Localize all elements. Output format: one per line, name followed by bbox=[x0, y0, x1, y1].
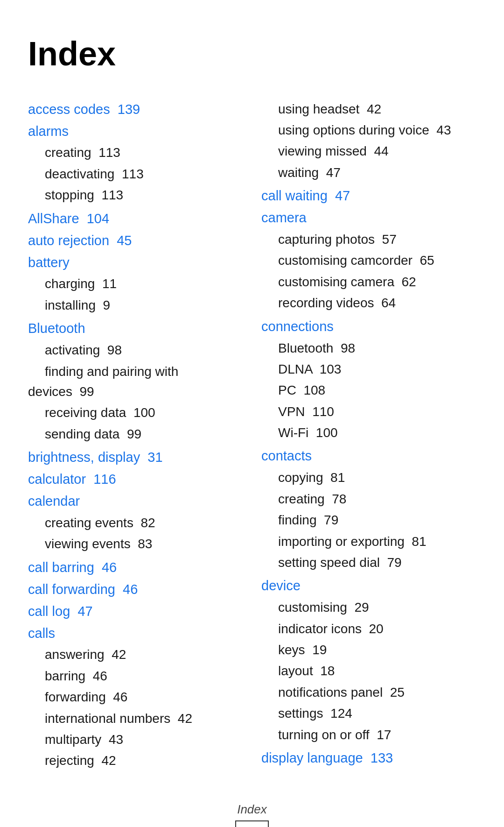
index-link-entry[interactable]: call forwarding 46 bbox=[28, 579, 243, 600]
index-term-link[interactable]: AllShare 104 bbox=[28, 211, 109, 226]
index-term-link[interactable]: display language 133 bbox=[261, 750, 393, 765]
index-link-entry[interactable]: device bbox=[261, 575, 476, 596]
index-sub-text: importing or exporting 81 bbox=[261, 534, 427, 549]
index-term-link[interactable]: call forwarding 46 bbox=[28, 582, 138, 597]
index-sub-entry: setting speed dial 79 bbox=[261, 552, 476, 573]
footer-page-number: 156 bbox=[235, 820, 268, 827]
index-sub-text: PC 108 bbox=[261, 383, 325, 397]
index-term-link[interactable]: device bbox=[261, 578, 301, 593]
index-link-entry[interactable]: access codes 139 bbox=[28, 99, 243, 120]
index-link-entry[interactable]: calculator 116 bbox=[28, 469, 243, 490]
index-sub-entry: sending data 99 bbox=[28, 424, 243, 444]
index-sub-text: barring 46 bbox=[28, 669, 107, 683]
index-term-link[interactable]: contacts bbox=[261, 448, 312, 463]
index-link-entry[interactable]: brightness, display 31 bbox=[28, 447, 243, 468]
index-term-link[interactable]: connections bbox=[261, 319, 334, 334]
index-sub-entry: settings 124 bbox=[261, 703, 476, 723]
index-sub-entry: layout 18 bbox=[261, 661, 476, 681]
index-sub-text: finding 79 bbox=[261, 513, 338, 527]
index-sub-entry: turning on or off 17 bbox=[261, 725, 476, 745]
index-sub-entry: using headset 42 bbox=[261, 99, 476, 119]
index-sub-entry: forwarding 46 bbox=[28, 687, 243, 707]
index-term-link[interactable]: alarms bbox=[28, 124, 69, 139]
index-link-entry[interactable]: camera bbox=[261, 207, 476, 228]
index-sub-text: creating events 82 bbox=[28, 516, 155, 530]
index-sub-text: Bluetooth 98 bbox=[261, 341, 355, 355]
index-term-link[interactable]: call barring 46 bbox=[28, 560, 117, 575]
index-sub-entry: installing 9 bbox=[28, 295, 243, 315]
index-sub-entry: recording videos 64 bbox=[261, 293, 476, 313]
index-sub-text: creating 78 bbox=[261, 492, 346, 506]
index-link-entry[interactable]: display language 133 bbox=[261, 748, 476, 769]
index-term-link[interactable]: calendar bbox=[28, 494, 80, 509]
index-link-entry[interactable]: AllShare 104 bbox=[28, 208, 243, 229]
index-sub-text: turning on or off 17 bbox=[261, 728, 391, 742]
index-link-entry[interactable]: calls bbox=[28, 623, 243, 644]
index-sub-text: customising 29 bbox=[261, 600, 369, 615]
index-sub-entry: rejecting 42 bbox=[28, 750, 243, 770]
index-sub-text: using options during voice 43 bbox=[261, 123, 451, 137]
index-link-entry[interactable]: call barring 46 bbox=[28, 557, 243, 578]
index-columns: access codes 139alarmscreating 113deacti… bbox=[28, 99, 476, 772]
index-sub-text: layout 18 bbox=[261, 664, 335, 678]
index-sub-text: viewing events 83 bbox=[28, 537, 152, 551]
index-sub-text: receiving data 100 bbox=[28, 405, 155, 420]
index-sub-text: recording videos 64 bbox=[261, 296, 396, 310]
index-term-link[interactable]: Bluetooth bbox=[28, 321, 85, 336]
index-sub-entry: capturing photos 57 bbox=[261, 229, 476, 249]
index-link-entry[interactable]: Bluetooth bbox=[28, 318, 243, 339]
index-sub-text: activating 98 bbox=[28, 343, 122, 357]
index-term-link[interactable]: access codes 139 bbox=[28, 102, 140, 117]
index-sub-entry: multiparty 43 bbox=[28, 729, 243, 749]
footer: Index 156 bbox=[28, 800, 476, 827]
index-sub-entry: customising 29 bbox=[261, 597, 476, 617]
index-link-entry[interactable]: call waiting 47 bbox=[261, 185, 476, 206]
index-sub-text: viewing missed 44 bbox=[261, 144, 389, 158]
footer-label: Index bbox=[28, 800, 476, 819]
index-sub-entry: copying 81 bbox=[261, 467, 476, 488]
index-sub-text: copying 81 bbox=[261, 470, 345, 485]
index-link-entry[interactable]: contacts bbox=[261, 445, 476, 467]
index-sub-entry: indicator icons 20 bbox=[261, 619, 476, 639]
index-sub-text: creating 113 bbox=[28, 145, 120, 160]
index-term-link[interactable]: camera bbox=[261, 210, 307, 225]
index-sub-text: using headset 42 bbox=[261, 102, 381, 116]
index-sub-entry: answering 42 bbox=[28, 644, 243, 664]
index-link-entry[interactable]: alarms bbox=[28, 121, 243, 142]
index-sub-text: notifications panel 25 bbox=[261, 685, 405, 700]
index-term-link[interactable]: calls bbox=[28, 626, 55, 641]
index-link-entry[interactable]: battery bbox=[28, 252, 243, 273]
index-link-entry[interactable]: call log 47 bbox=[28, 601, 243, 622]
index-sub-entry: barring 46 bbox=[28, 666, 243, 686]
index-term-link[interactable]: auto rejection 45 bbox=[28, 233, 132, 248]
index-sub-entry: deactivating 113 bbox=[28, 164, 243, 184]
index-link-entry[interactable]: connections bbox=[261, 316, 476, 337]
index-sub-entry: VPN 110 bbox=[261, 402, 476, 422]
index-sub-entry: viewing events 83 bbox=[28, 534, 243, 554]
index-sub-text: customising camera 62 bbox=[261, 275, 416, 289]
index-sub-entry: customising camera 62 bbox=[261, 272, 476, 292]
index-link-entry[interactable]: calendar bbox=[28, 491, 243, 512]
index-term-link[interactable]: call log 47 bbox=[28, 604, 93, 619]
index-sub-text: charging 11 bbox=[28, 276, 117, 291]
index-link-entry[interactable]: auto rejection 45 bbox=[28, 230, 243, 251]
left-column: access codes 139alarmscreating 113deacti… bbox=[28, 99, 243, 772]
index-term-link[interactable]: calculator 116 bbox=[28, 472, 116, 487]
index-sub-text: forwarding 46 bbox=[28, 690, 127, 704]
index-sub-entry: stopping 113 bbox=[28, 185, 243, 205]
index-term-link[interactable]: call waiting 47 bbox=[261, 188, 350, 203]
index-sub-entry: finding 79 bbox=[261, 510, 476, 530]
index-sub-entry: Bluetooth 98 bbox=[261, 338, 476, 358]
page-title: Index bbox=[28, 28, 476, 80]
index-sub-text: indicator icons 20 bbox=[261, 622, 384, 636]
index-sub-text: deactivating 113 bbox=[28, 167, 144, 181]
index-sub-entry: customising camcorder 65 bbox=[261, 250, 476, 270]
index-sub-entry: activating 98 bbox=[28, 340, 243, 360]
index-sub-text: waiting 47 bbox=[261, 165, 341, 180]
index-sub-entry: importing or exporting 81 bbox=[261, 531, 476, 551]
index-sub-entry: keys 19 bbox=[261, 640, 476, 660]
index-term-link[interactable]: brightness, display 31 bbox=[28, 450, 163, 465]
index-sub-text: finding and pairing with devices 99 bbox=[28, 364, 178, 399]
index-term-link[interactable]: battery bbox=[28, 255, 70, 270]
index-sub-text: setting speed dial 79 bbox=[261, 555, 402, 570]
